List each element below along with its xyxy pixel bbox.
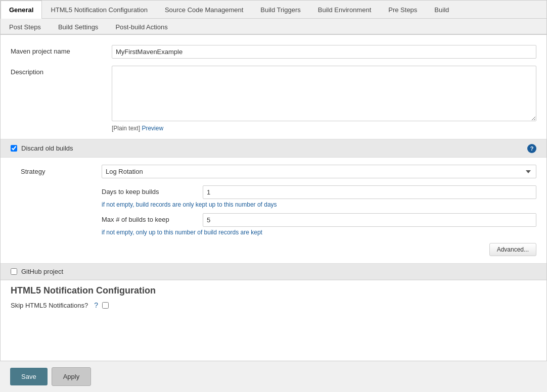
tab-build-settings[interactable]: Build Settings <box>50 19 107 35</box>
days-to-keep-control <box>203 185 536 199</box>
skip-html5-row: Skip HTML5 Notifications? ? <box>11 301 536 309</box>
tab-build-environment[interactable]: Build Environment <box>309 1 380 19</box>
tab-post-build-actions[interactable]: Post-build Actions <box>107 19 176 35</box>
maven-project-name-wrap <box>112 45 536 59</box>
maven-project-name-row: Maven project name <box>1 45 546 59</box>
description-label: Description <box>11 66 112 76</box>
tab-build[interactable]: Build <box>426 1 458 19</box>
maven-project-name-label: Maven project name <box>11 45 112 55</box>
advanced-button[interactable]: Advanced... <box>489 243 536 256</box>
apply-button[interactable]: Apply <box>52 367 92 386</box>
days-to-keep-input[interactable] <box>203 185 536 199</box>
advanced-row: Advanced... <box>1 241 546 263</box>
max-builds-hint: if not empty, only up to this number of … <box>102 229 536 236</box>
tab-source-code-management[interactable]: Source Code Management <box>156 1 252 19</box>
description-row: Description [Plain text] Preview <box>1 66 546 132</box>
skip-html5-checkbox[interactable] <box>102 302 109 309</box>
tab-post-steps[interactable]: Post Steps <box>1 19 50 35</box>
max-builds-control <box>203 213 536 227</box>
tab-general[interactable]: General <box>1 1 42 19</box>
content-area: Maven project name Description [Plain te… <box>1 35 546 324</box>
github-project-label: GitHub project <box>21 268 63 275</box>
html5-section-title: HTML5 Notification Configuration <box>11 285 536 296</box>
tab-build-triggers[interactable]: Build Triggers <box>252 1 309 19</box>
github-project-section: GitHub project <box>1 263 546 280</box>
bottom-bar: Save Apply <box>0 361 547 392</box>
plain-text-label: [Plain text] <box>112 125 140 132</box>
skip-html5-help-icon[interactable]: ? <box>94 301 98 309</box>
strategy-row: Strategy Log Rotation None <box>1 165 546 178</box>
tabs-row-1: General HTML5 Notification Configuration… <box>1 1 546 19</box>
tab-html5-notification[interactable]: HTML5 Notification Configuration <box>42 1 156 19</box>
discard-old-builds-help-icon[interactable]: ? <box>527 143 536 153</box>
max-builds-input[interactable] <box>203 213 536 227</box>
skip-html5-label: Skip HTML5 Notifications? <box>11 302 88 309</box>
description-wrap: [Plain text] Preview <box>112 66 536 132</box>
description-input[interactable] <box>112 66 536 121</box>
preview-link[interactable]: Preview <box>142 125 163 132</box>
max-builds-row: Max # of builds to keep <box>102 213 536 227</box>
text-format-links: [Plain text] Preview <box>112 125 536 132</box>
github-project-checkbox[interactable] <box>11 268 17 275</box>
discard-old-builds-checkbox[interactable] <box>11 145 17 152</box>
tabs-row-2: Post Steps Build Settings Post-build Act… <box>1 19 546 35</box>
days-to-keep-row: Days to keep builds <box>102 185 536 199</box>
days-to-keep-label: Days to keep builds <box>102 185 203 195</box>
discard-old-builds-label: Discard old builds <box>21 144 73 152</box>
strategy-select[interactable]: Log Rotation None <box>102 165 536 178</box>
sub-fields: Days to keep builds if not empty, build … <box>1 185 546 236</box>
save-button[interactable]: Save <box>10 368 48 385</box>
tab-pre-steps[interactable]: Pre Steps <box>380 1 426 19</box>
max-builds-label: Max # of builds to keep <box>102 213 203 223</box>
maven-project-name-input[interactable] <box>112 45 536 59</box>
html5-section: HTML5 Notification Configuration Skip HT… <box>1 280 546 314</box>
days-to-keep-hint: if not empty, build records are only kep… <box>102 201 536 208</box>
discard-old-builds-section: Discard old builds ? <box>1 139 546 158</box>
strategy-label: Strategy <box>21 168 102 175</box>
